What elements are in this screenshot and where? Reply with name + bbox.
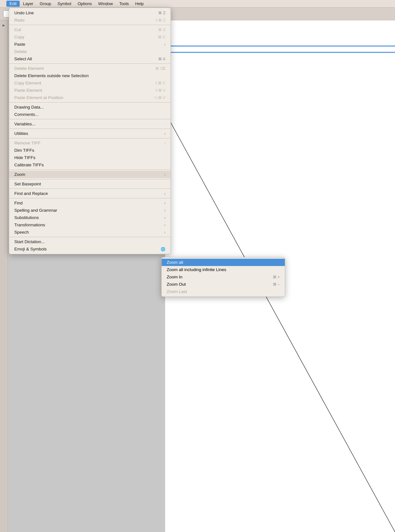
menubar: Edit Layer Group Symbol Options Window T… bbox=[0, 0, 395, 8]
menu-remove-tiff[interactable]: Remove TIFF › bbox=[9, 139, 171, 147]
separator-1 bbox=[9, 25, 171, 25]
menu-delete-label: Delete bbox=[14, 49, 27, 54]
separator-3 bbox=[9, 102, 171, 103]
menu-utilities[interactable]: Utilities › bbox=[9, 130, 171, 137]
menu-start-dictation-label: Start Dictation... bbox=[14, 239, 45, 244]
menu-delete-elements-outside[interactable]: Delete Elements outside new Selection bbox=[9, 72, 171, 79]
menubar-edit[interactable]: Edit bbox=[6, 1, 20, 7]
menubar-tools[interactable]: Tools bbox=[116, 1, 132, 7]
menu-calibrate-tiffs[interactable]: Calibrate TIFFs bbox=[9, 161, 171, 169]
menu-zoom[interactable]: Zoom › bbox=[9, 171, 171, 178]
zoom-all-infinite-label: Zoom all including infinite Lines bbox=[167, 267, 226, 272]
svg-line-2 bbox=[165, 112, 395, 532]
menubar-group[interactable]: Group bbox=[37, 1, 54, 7]
menu-paste-element[interactable]: Paste Element ⇧⌘ V bbox=[9, 87, 171, 94]
separator-9 bbox=[9, 189, 171, 189]
menu-spelling-grammar[interactable]: Spelling and Grammar › bbox=[9, 207, 171, 214]
menu-variables[interactable]: Variables... bbox=[9, 120, 171, 128]
menu-variables-label: Variables... bbox=[14, 122, 36, 126]
left-sidebar: ▶ bbox=[0, 20, 8, 532]
menubar-window[interactable]: Window bbox=[95, 1, 116, 7]
zoom-out-shortcut: ⌘ − bbox=[273, 282, 280, 287]
zoom-item-last[interactable]: Zoom Last bbox=[162, 288, 285, 295]
menubar-layer[interactable]: Layer bbox=[20, 1, 37, 7]
menu-delete-element-label: Delete Element bbox=[14, 66, 44, 71]
menu-remove-tiff-label: Remove TIFF bbox=[14, 141, 40, 145]
menubar-apple[interactable] bbox=[0, 3, 6, 4]
menu-find-label: Find bbox=[14, 201, 23, 205]
menubar-options[interactable]: Options bbox=[74, 1, 95, 7]
menu-dim-tiffs-label: Dim TIFFs bbox=[14, 148, 34, 153]
menu-remove-tiff-arrow-icon: › bbox=[164, 141, 165, 145]
zoom-submenu: Zoom all Zoom all including infinite Lin… bbox=[161, 257, 285, 297]
separator-2 bbox=[9, 63, 171, 64]
menu-copy-shortcut: ⌘ C bbox=[158, 35, 165, 39]
menu-spelling-grammar-label: Spelling and Grammar bbox=[14, 208, 57, 213]
zoom-last-label: Zoom Last bbox=[167, 289, 187, 294]
zoom-out-label: Zoom Out bbox=[167, 282, 186, 287]
menu-comments[interactable]: Comments... bbox=[9, 111, 171, 118]
menu-copy-element-label: Copy Element bbox=[14, 81, 41, 85]
menu-copy-element-shortcut: ⇧⌘ C bbox=[155, 81, 165, 85]
menu-paste[interactable]: Paste › bbox=[9, 41, 171, 48]
menu-dim-tiffs[interactable]: Dim TIFFs bbox=[9, 147, 171, 154]
menu-drawing-data-label: Drawing Data... bbox=[14, 105, 44, 110]
zoom-in-label: Zoom In bbox=[167, 275, 183, 279]
menu-paste-element-position[interactable]: Paste Element at Position ⌥⌘ V bbox=[9, 94, 171, 101]
menu-find[interactable]: Find › bbox=[9, 199, 171, 207]
separator-7 bbox=[9, 170, 171, 170]
menu-select-all-label: Select All bbox=[14, 57, 32, 61]
menu-cut-label: Cut bbox=[14, 27, 21, 32]
menu-utilities-label: Utilities bbox=[14, 131, 28, 136]
menu-undo-shortcut: ⌘ Z bbox=[158, 11, 165, 15]
menu-find-arrow-icon: › bbox=[164, 201, 165, 205]
menu-select-all-shortcut: ⌘ A bbox=[158, 57, 165, 61]
menu-select-all[interactable]: Select All ⌘ A bbox=[9, 55, 171, 63]
menu-hide-tiffs[interactable]: Hide TIFFs bbox=[9, 154, 171, 161]
separator-10 bbox=[9, 198, 171, 198]
menu-substitutions[interactable]: Substitutions › bbox=[9, 214, 171, 221]
zoom-item-all[interactable]: Zoom all bbox=[162, 259, 285, 266]
menu-speech[interactable]: Speech › bbox=[9, 229, 171, 236]
zoom-item-out[interactable]: Zoom Out ⌘ − bbox=[162, 281, 285, 288]
menu-zoom-arrow-icon: › bbox=[164, 172, 165, 177]
menu-undo[interactable]: Undo Line ⌘ Z bbox=[9, 9, 171, 17]
menu-copy[interactable]: Copy ⌘ C bbox=[9, 33, 171, 41]
separator-4 bbox=[9, 119, 171, 119]
menu-delete-element-shortcut: ⌘ ⌫ bbox=[155, 66, 165, 71]
menu-delete[interactable]: Delete bbox=[9, 48, 171, 55]
menu-emoji-symbols-shortcut: 🌐 bbox=[161, 247, 165, 251]
menu-set-basepoint[interactable]: Set Basepoint bbox=[9, 180, 171, 188]
menu-copy-element[interactable]: Copy Element ⇧⌘ C bbox=[9, 79, 171, 87]
separator-8 bbox=[9, 179, 171, 179]
sidebar-tool-select[interactable]: ▶ bbox=[3, 23, 5, 27]
zoom-item-in[interactable]: Zoom In ⌘ + bbox=[162, 273, 285, 281]
menu-transformations-label: Transformations bbox=[14, 223, 45, 227]
zoom-all-label: Zoom all bbox=[167, 260, 183, 265]
menubar-symbol[interactable]: Symbol bbox=[54, 1, 74, 7]
menu-cut-shortcut: ⌘ X bbox=[158, 28, 165, 32]
menu-find-and-replace-arrow-icon: › bbox=[164, 191, 165, 196]
zoom-item-all-infinite[interactable]: Zoom all including infinite Lines bbox=[162, 266, 285, 273]
menu-find-and-replace-label: Find and Replace bbox=[14, 191, 48, 196]
menu-undo-label: Undo Line bbox=[14, 10, 34, 15]
menu-spelling-grammar-arrow-icon: › bbox=[164, 208, 165, 213]
menu-calibrate-tiffs-label: Calibrate TIFFs bbox=[14, 163, 44, 167]
menu-zoom-label: Zoom bbox=[14, 172, 25, 177]
menubar-help[interactable]: Help bbox=[132, 1, 147, 7]
menu-start-dictation[interactable]: Start Dictation... bbox=[9, 238, 171, 245]
menu-find-and-replace[interactable]: Find and Replace › bbox=[9, 190, 171, 197]
menu-emoji-symbols[interactable]: Emoji & Symbols 🌐 bbox=[9, 245, 171, 253]
menu-cut[interactable]: Cut ⌘ X bbox=[9, 26, 171, 33]
menu-transformations[interactable]: Transformations › bbox=[9, 221, 171, 229]
menu-comments-label: Comments... bbox=[14, 112, 39, 117]
menu-paste-arrow-icon: › bbox=[164, 42, 165, 47]
menu-speech-label: Speech bbox=[14, 230, 29, 235]
separator-5 bbox=[9, 129, 171, 129]
menu-redo[interactable]: Redo ⇧⌘ Z bbox=[9, 17, 171, 24]
menu-delete-element[interactable]: Delete Element ⌘ ⌫ bbox=[9, 65, 171, 72]
menu-drawing-data[interactable]: Drawing Data... bbox=[9, 103, 171, 111]
separator-6 bbox=[9, 138, 171, 138]
menu-copy-label: Copy bbox=[14, 35, 24, 39]
menu-emoji-symbols-label: Emoji & Symbols bbox=[14, 247, 47, 251]
